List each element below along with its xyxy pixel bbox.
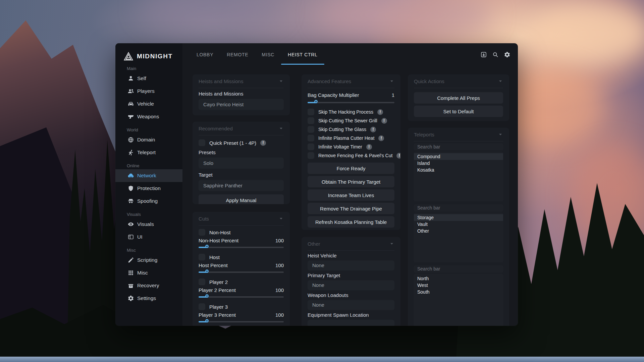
globe-icon	[127, 136, 134, 143]
sidebar-item-domain[interactable]: Domain	[115, 133, 182, 146]
cut-group-host: Host Host Percent100	[199, 253, 284, 275]
player2-percent-slider[interactable]	[199, 294, 284, 300]
chevron-down-icon[interactable]	[278, 216, 284, 221]
sidebar-item-recovery[interactable]: Recovery	[115, 279, 182, 292]
chevron-down-icon[interactable]	[278, 78, 284, 84]
sidebar-item-scripting[interactable]: Scripting	[115, 254, 182, 266]
tab-remote[interactable]: REMOTE	[227, 43, 248, 66]
player2-checkbox[interactable]	[199, 279, 205, 285]
teleport-search-input-3[interactable]	[414, 265, 503, 273]
complete-all-preps-button[interactable]: Complete All Preps	[414, 92, 503, 104]
list-item[interactable]: Compound	[414, 153, 503, 160]
panel-cuts: Cuts Non-Host Non-Host Percent100 Host H…	[193, 212, 290, 326]
host-percent-slider[interactable]	[199, 269, 284, 275]
sidebar-item-visuals[interactable]: Visuals	[115, 218, 182, 231]
checkbox-label: Non-Host	[209, 230, 230, 235]
sidebar-item-spoofing[interactable]: Spoofing	[115, 195, 182, 207]
non-host-checkbox[interactable]	[199, 229, 205, 236]
chevron-down-icon[interactable]	[498, 132, 503, 137]
infinite-plasma-checkbox[interactable]	[308, 135, 314, 141]
cloud	[530, 3, 644, 64]
slider-value: 100	[275, 312, 284, 318]
list-item[interactable]: North	[414, 275, 503, 282]
gear-icon[interactable]	[504, 51, 511, 58]
info-icon[interactable]	[370, 127, 376, 132]
download-icon[interactable]	[480, 51, 487, 58]
sidebar-item-teleport[interactable]: Teleport	[115, 146, 182, 159]
presets-select[interactable]: Solo	[199, 158, 284, 169]
obtain-primary-target-button[interactable]: Obtain The Primary Target	[308, 176, 394, 187]
skip-hacking-checkbox[interactable]	[308, 109, 314, 115]
tab-label: REMOTE	[227, 52, 248, 57]
player3-percent-slider[interactable]	[199, 319, 284, 325]
quick-action-buttons: Complete All Preps Set to Default	[414, 92, 503, 117]
skip-sewer-grill-checkbox[interactable]	[308, 117, 314, 124]
tab-misc[interactable]: MISC	[262, 43, 274, 66]
host-checkbox[interactable]	[199, 254, 205, 260]
sidebar-item-self[interactable]: Self	[115, 72, 182, 85]
remove-fencing-fee-checkbox[interactable]	[308, 152, 314, 159]
info-icon[interactable]	[366, 144, 372, 150]
increase-team-lives-button[interactable]: Increase Team Lives	[308, 189, 394, 201]
target-select[interactable]: Sapphire Panther	[199, 180, 284, 191]
weapon-loadouts-select[interactable]: None	[308, 300, 394, 310]
info-icon[interactable]	[260, 140, 266, 146]
slider-knob[interactable]	[205, 245, 209, 248]
sidebar-item-ui[interactable]: UI	[115, 231, 182, 243]
sidebar-item-weapons[interactable]: Weapons	[115, 110, 182, 123]
chevron-down-icon[interactable]	[389, 78, 394, 84]
list-item[interactable]: Storage	[414, 214, 503, 221]
list-item[interactable]: West	[414, 282, 503, 289]
set-to-default-button[interactable]: Set to Default	[414, 106, 503, 117]
teleport-list-islands: Compound Island Kosatka	[414, 152, 503, 201]
teleport-search-input-2[interactable]	[414, 204, 503, 212]
player3-checkbox[interactable]	[199, 303, 205, 310]
field-label: Equipment Spawn Location	[308, 312, 394, 318]
panel-heists-and-missions: Heists and Missions Heists and Missions …	[193, 74, 290, 115]
quick-preset-checkbox[interactable]	[199, 139, 205, 146]
sidebar-item-network[interactable]: Network	[115, 169, 182, 182]
sidebar: MIDNIGHT Main Self Players Vehicle Weapo…	[115, 43, 182, 326]
non-host-percent-slider[interactable]	[199, 244, 284, 250]
chevron-down-icon[interactable]	[278, 126, 284, 131]
sidebar-item-misc[interactable]: Misc	[115, 266, 182, 279]
tab-lobby[interactable]: LOBBY	[197, 43, 213, 66]
sidebar-item-settings[interactable]: Settings	[115, 292, 182, 305]
sidebar-item-label: Domain	[137, 137, 155, 143]
heist-vehicle-select[interactable]: None	[308, 260, 394, 270]
list-item[interactable]: Vault	[414, 221, 503, 228]
car-icon	[127, 101, 134, 107]
list-item[interactable]: South	[414, 289, 503, 295]
slider-label: Player 2 Percent	[199, 287, 236, 293]
skip-glass-checkbox[interactable]	[308, 126, 314, 133]
list-item[interactable]: Island	[414, 160, 503, 167]
info-icon[interactable]	[396, 153, 400, 159]
slider-knob[interactable]	[205, 269, 209, 273]
remove-drainage-pipe-button[interactable]: Remove The Drainage Pipe	[308, 203, 394, 214]
slider-knob[interactable]	[205, 294, 209, 298]
toggle-label: Infinite Voltage Timer	[318, 144, 362, 149]
primary-target-select[interactable]: None	[308, 280, 394, 290]
info-icon[interactable]	[377, 109, 383, 115]
chevron-down-icon[interactable]	[498, 78, 503, 84]
heist-select[interactable]: Cayo Perico Heist	[199, 99, 284, 110]
list-item[interactable]: Kosatka	[414, 167, 503, 173]
info-icon[interactable]	[378, 135, 384, 141]
search-icon[interactable]	[492, 51, 499, 58]
refresh-kosatka-button[interactable]: Refresh Kosatka Planning Table	[308, 216, 394, 228]
force-ready-button[interactable]: Force Ready	[308, 163, 394, 174]
apply-manual-button[interactable]: Apply Manual	[199, 194, 284, 204]
list-item[interactable]: Other	[414, 228, 503, 234]
sidebar-item-vehicle[interactable]: Vehicle	[115, 98, 182, 110]
bag-capacity-slider[interactable]	[308, 100, 394, 106]
tab-heist-ctrl[interactable]: HEIST CTRL	[288, 43, 317, 66]
infinite-voltage-checkbox[interactable]	[308, 143, 314, 150]
equipment-spawn-select[interactable]	[308, 320, 394, 326]
sidebar-item-players[interactable]: Players	[115, 85, 182, 98]
teleport-search-input-1[interactable]	[414, 143, 503, 150]
info-icon[interactable]	[381, 118, 387, 124]
chevron-down-icon[interactable]	[389, 241, 394, 246]
sidebar-item-protection[interactable]: Protection	[115, 182, 182, 195]
slider-knob[interactable]	[205, 319, 209, 322]
advanced-buttons: Force Ready Obtain The Primary Target In…	[308, 163, 394, 228]
